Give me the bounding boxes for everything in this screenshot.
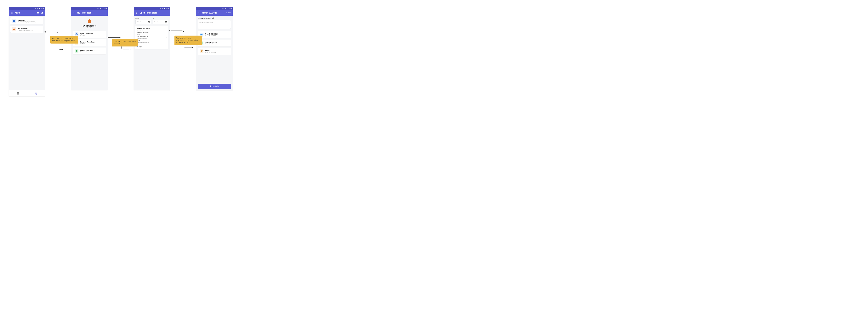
statusbar: 12:30 [9,7,45,10]
app-card-inventory[interactable]: Inventory Track and manage your inventor… [10,18,43,24]
back-icon[interactable] [73,12,75,14]
status-text: Open [139,46,143,47]
chevron-right-icon: › [229,34,229,36]
label-billable: Total Billable Hours [137,38,166,39]
connector-dot [44,31,46,33]
apps-content: Inventory Track and manage your inventor… [9,15,45,90]
status-time: 12:30 [41,8,44,9]
activity-title: Task - TSK0010 [205,41,227,43]
activity-sub: 11:35 AM - 45 mins [205,43,227,44]
chevron-right-icon: › [229,51,229,53]
wifi-icon [97,8,99,9]
connector-dot [169,30,171,31]
app-desc: Description of workflow text [18,30,42,31]
chevron-right-icon: › [104,42,104,44]
from-label: From [135,18,151,19]
detail-content: Comments (Optional) Enter comments here.… [196,15,232,84]
coffee-icon [200,50,203,53]
header-block: My Timesheet Subtitle [73,18,106,31]
select-placeholder: Select [137,21,141,23]
inventory-icon [13,20,15,22]
timesheet-card[interactable]: March 30, 2023 Last Updated 03/30/2023 2… [135,26,168,49]
callout-1: Tap the "My Timesheets" app from the "Ap… [50,36,78,43]
battery-icon [39,8,40,9]
check-circle-icon [75,50,78,52]
apps-icon [35,92,37,94]
label-shift: Shift [137,34,166,35]
statusbar: 12:30 [134,7,170,10]
back-icon[interactable] [135,12,138,14]
activity-title: Break [205,50,227,52]
list-title: Pending Timesheets [80,41,102,43]
open-ts-content: From Select To Select March 30, 2023 La [134,15,170,90]
app-card-timesheet[interactable]: My Timesheet Description of workflow tex… [10,26,43,33]
menu-icon[interactable] [10,12,13,14]
appbar: Apps [9,10,45,15]
appbar-title: Open Timesheets [140,12,168,14]
comments-label: Comments (Optional) [198,18,231,19]
appbar-title: March 30, 2023 [202,12,224,14]
chevron-right-icon: › [229,42,229,44]
chevron-right-icon: › [104,50,104,52]
activity-travel[interactable]: Travel - TSK0010 11:15 AM - 20 mins › [198,31,231,38]
battery-icon [164,8,165,9]
activity-break[interactable]: Break 12:30 PM - 60 mins › [198,48,231,55]
list-title: Closed Timesheets [80,49,102,51]
battery-icon [101,8,103,9]
statusbar: 12:30 [71,7,107,10]
callout-2: Tap the "Open Timesheets to view [112,39,138,46]
to-select[interactable]: Select [153,20,168,24]
label-nonbillable: Total Non-billable Hours [137,42,166,43]
chat-icon[interactable] [37,12,39,14]
chevron-right-icon: › [166,37,167,38]
appbar: My Timesheet [71,10,107,15]
activity-task[interactable]: Task - TSK0010 11:35 AM - 45 mins › [198,39,231,46]
cell-icon [162,8,163,9]
value-nonbillable: 1hr [137,43,166,45]
screen-timesheet-detail: 12:30 March 30, 2023 Submit Comments (Op… [196,7,232,91]
nav-label: Tasks [17,94,19,95]
bottom-nav: Tasks Apps [9,90,45,96]
chevron-right-icon: › [104,33,104,35]
app-title: My Timesheet [18,28,42,29]
list-closed-timesheets[interactable]: Closed Timesheets 200 Records › [73,47,106,55]
add-activity-button[interactable]: Add Activity [198,84,231,89]
plus-circle-icon [75,33,78,36]
bell-icon[interactable] [41,12,43,14]
calendar-icon [165,21,167,23]
back-icon[interactable] [198,12,200,14]
appbar: Open Timesheets [134,10,170,15]
app-desc: Track and manage your inventory [18,21,42,22]
activity-sub: 11:15 AM - 20 mins [205,35,227,36]
screen-open-timesheets: 12:30 Open Timesheets From Select To Sel… [134,7,170,90]
wifi-icon [160,8,161,9]
callout-3: Tap the the open timesheet card you wish… [175,36,202,45]
nav-tasks[interactable]: Tasks [9,90,27,96]
ts-date: March 30, 2023 [137,28,166,30]
submit-button[interactable]: Submit [226,12,231,14]
statusbar: 12:30 [196,7,232,10]
nav-apps[interactable]: Apps [27,90,45,96]
comments-placeholder: Enter comments here... [199,22,214,23]
nav-label: Apps [35,94,37,95]
timesheet-content: My Timesheet Subtitle Open Timesheets 1 … [71,15,107,90]
appbar-title: My Timesheet [77,12,106,14]
value-last-updated: 03/30/2023 2:00 PM [137,32,166,33]
screen-my-timesheet: 12:30 My Timesheet My Timesheet Subtitle… [71,7,107,90]
connector-dot [107,37,108,38]
to-label: To [153,18,168,19]
activity-sub: 12:30 PM - 60 mins [205,52,227,53]
cell-icon [37,8,38,9]
cell-icon [224,8,226,9]
stopwatch-icon [87,19,92,24]
screen-apps: 12:30 Apps Inventory Track and manage yo… [9,7,45,96]
button-label: Add Activity [210,85,219,87]
from-select[interactable]: Select [135,20,151,24]
appbar-title: Apps [14,12,35,14]
filter-row: From Select To Select [135,18,168,24]
label-last-updated: Last Updated [137,30,166,32]
list-sub: 1 Record [80,35,102,36]
select-placeholder: Select [154,21,158,23]
comments-input[interactable]: Enter comments here... [198,20,231,29]
value-shift: 9:00 AM - 6:00 PM [137,36,166,37]
